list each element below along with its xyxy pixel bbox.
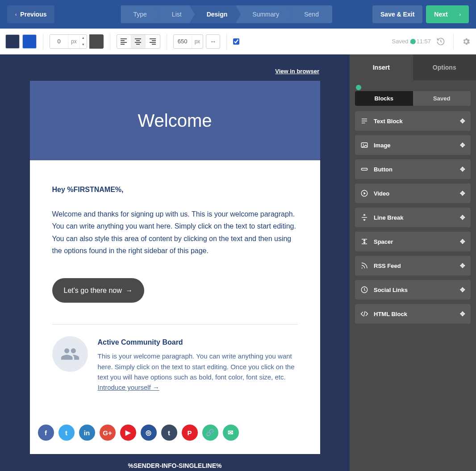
drag-handle-icon: ✥ — [460, 286, 465, 293]
block-video[interactable]: Video✥ — [355, 183, 471, 203]
width-input[interactable] — [174, 35, 192, 48]
sidebar-subtabs: Blocks Saved — [355, 91, 471, 106]
save-exit-label: Save & Exit — [380, 11, 414, 18]
chevron-left-icon: ‹ — [15, 12, 17, 17]
block-label: Video — [374, 190, 389, 197]
drag-handle-icon: ✥ — [460, 238, 465, 245]
previous-button[interactable]: ‹ Previous — [7, 5, 54, 23]
next-label: Next — [434, 11, 447, 18]
block-line-break[interactable]: Line Break✥ — [355, 208, 471, 227]
people-icon — [60, 344, 80, 364]
block-spacer[interactable]: Spacer✥ — [355, 232, 471, 251]
block-label: HTML Block — [374, 311, 407, 317]
width-input-group: px — [173, 34, 204, 49]
drag-handle-icon: ✥ — [460, 166, 465, 173]
color-swatch-dark[interactable] — [5, 34, 20, 49]
block-text-block[interactable]: Text Block✥ — [355, 111, 471, 131]
community-text: This is your welcome paragraph. You can … — [98, 351, 298, 392]
svg-rect-5 — [361, 168, 367, 171]
alignment-group — [117, 34, 160, 49]
divider — [52, 324, 298, 325]
align-center-button[interactable] — [131, 35, 146, 48]
step-list[interactable]: List — [155, 5, 195, 23]
align-left-button[interactable] — [117, 35, 131, 48]
cta-button[interactable]: Let's go there now → — [52, 278, 145, 303]
padding-unit: px — [68, 35, 79, 48]
social-facebook-icon[interactable]: f — [38, 425, 54, 441]
social-email-icon[interactable]: ✉ — [223, 425, 239, 441]
padding-color-indicator[interactable] — [89, 34, 104, 49]
social-googleplus-icon[interactable]: G+ — [100, 425, 116, 441]
spacer-icon — [360, 238, 368, 246]
right-sidebar: Insert Options Blocks Saved Text Block✥I… — [350, 54, 476, 471]
tab-options[interactable]: Options — [413, 54, 476, 80]
social-youtube-icon[interactable]: ▶ — [120, 425, 136, 441]
drag-handle-icon: ✥ — [460, 262, 465, 269]
subtab-saved[interactable]: Saved — [413, 91, 471, 106]
view-in-browser-link[interactable]: View in browser — [275, 68, 319, 75]
arrow-right-icon: → — [125, 287, 133, 294]
email-preview: Welcome Hey %FIRSTNAME%, Welcome and tha… — [30, 81, 320, 454]
social-tumblr-icon[interactable]: t — [161, 425, 177, 441]
chevron-right-icon: › — [459, 12, 461, 17]
color-swatch-blue[interactable] — [22, 34, 37, 49]
cta-label: Let's go there now — [64, 287, 122, 294]
block-html-block[interactable]: HTML Block✥ — [355, 304, 471, 324]
social-link-icon[interactable]: 🔗 — [202, 425, 218, 441]
next-button[interactable]: Next › — [426, 5, 469, 23]
footer-sender-info: %SENDER-INFO-SINGLELINE% — [128, 454, 221, 471]
greeting-text[interactable]: Hey %FIRSTNAME%, — [52, 183, 298, 196]
top-stepper-bar: ‹ Previous TypeListDesignSummarySend Sav… — [0, 0, 476, 29]
social-row[interactable]: ftinG+▶◎tP🔗✉ — [30, 410, 320, 454]
drag-handle-icon: ✥ — [460, 142, 465, 149]
save-status-dot — [410, 39, 416, 44]
subtab-blocks[interactable]: Blocks — [355, 91, 413, 106]
email-body: Hey %FIRSTNAME%, Welcome and thanks for … — [30, 160, 320, 410]
rss-feed-icon — [360, 262, 368, 270]
padding-stepper[interactable]: ▲▼ — [79, 35, 87, 48]
button-icon — [360, 165, 368, 173]
canvas-area: View in browser Welcome Hey %FIRSTNAME%,… — [0, 54, 350, 471]
tab-insert[interactable]: Insert — [350, 54, 413, 80]
workspace: View in browser Welcome Hey %FIRSTNAME%,… — [0, 54, 476, 471]
block-social-links[interactable]: Social Links✥ — [355, 280, 471, 300]
social-instagram-icon[interactable]: ◎ — [141, 425, 157, 441]
autosave-checkbox[interactable] — [233, 38, 239, 45]
html-block-icon — [360, 310, 368, 318]
block-button[interactable]: Button✥ — [355, 159, 471, 179]
svg-point-4 — [363, 144, 364, 145]
padding-input-group: px ▲▼ — [50, 34, 87, 49]
drag-handle-icon: ✥ — [460, 117, 465, 125]
save-exit-button[interactable]: Save & Exit — [372, 5, 422, 23]
social-links-icon — [360, 286, 368, 294]
padding-input[interactable] — [50, 35, 68, 48]
block-image[interactable]: Image✥ — [355, 135, 471, 155]
gear-icon[interactable] — [462, 37, 471, 46]
hero-title: Welcome — [138, 111, 212, 131]
social-twitter-icon[interactable]: t — [58, 425, 75, 441]
previous-label: Previous — [20, 11, 46, 18]
step-send[interactable]: Send — [287, 5, 332, 23]
align-right-button[interactable] — [146, 35, 160, 48]
community-section[interactable]: Active Community Board This is your welc… — [52, 336, 298, 392]
step-type[interactable]: Type — [121, 5, 160, 23]
block-rss-feed[interactable]: RSS Feed✥ — [355, 256, 471, 275]
social-linkedin-icon[interactable]: in — [79, 425, 95, 441]
social-pinterest-icon[interactable]: P — [182, 425, 198, 441]
introduce-link[interactable]: Introduce yourself → — [98, 383, 159, 391]
sidebar-tabs: Insert Options — [350, 54, 476, 80]
block-label: Social Links — [374, 287, 408, 293]
welcome-paragraph[interactable]: Welcome and thanks for signing up with u… — [52, 208, 298, 257]
step-design[interactable]: Design — [190, 5, 241, 23]
drag-handle-icon: ✥ — [460, 214, 465, 221]
drag-handle-icon: ✥ — [460, 190, 465, 197]
width-unit: px — [192, 35, 203, 48]
history-icon[interactable] — [436, 37, 445, 46]
image-icon — [360, 141, 368, 149]
fit-width-button[interactable]: ↔ — [206, 34, 220, 49]
wizard-stepper: TypeListDesignSummarySend — [121, 5, 332, 23]
blocks-list: Text Block✥Image✥Button✥Video✥Line Break… — [350, 111, 476, 324]
step-summary[interactable]: Summary — [235, 5, 292, 23]
email-hero[interactable]: Welcome — [30, 81, 320, 160]
drag-handle-icon: ✥ — [460, 310, 465, 317]
